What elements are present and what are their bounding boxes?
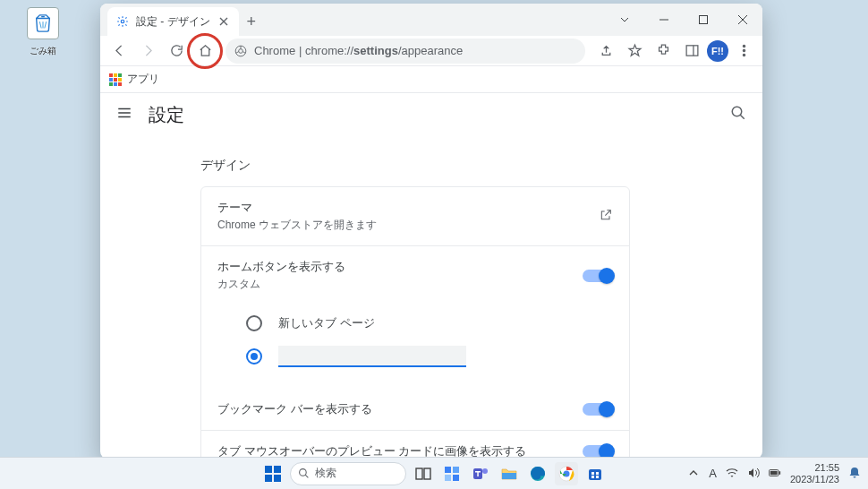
window-maximize-button[interactable] [684, 4, 723, 36]
tray-chevron-icon[interactable] [687, 467, 700, 481]
radio-icon [246, 315, 262, 331]
task-view-icon[interactable] [412, 462, 435, 485]
window-controls [605, 4, 762, 36]
settings-page: 設定 デザイン テーマ Chrome ウェブストアを開きます ホームボタンを表示… [100, 93, 762, 459]
bookmarks-apps-label[interactable]: アプリ [127, 72, 159, 87]
svg-point-6 [743, 49, 745, 51]
hamburger-menu-button[interactable] [116, 105, 132, 124]
wifi-icon[interactable] [726, 467, 738, 481]
home-button-toggle[interactable] [583, 270, 613, 282]
settings-title: 設定 [149, 103, 184, 127]
address-bar-url: Chrome | chrome://settings/appearance [254, 44, 463, 57]
windows-taskbar: 検索 A 21:55 2023/11/23 [0, 457, 868, 489]
store-icon[interactable] [583, 462, 607, 485]
taskbar-time: 21:55 [790, 462, 839, 474]
taskbar-search-placeholder: 検索 [315, 466, 336, 481]
row-home-button: ホームボタンを表示する カスタム [201, 245, 629, 305]
svg-point-23 [482, 468, 488, 474]
svg-rect-17 [453, 467, 459, 473]
chrome-window: 設定 - デザイン + Chrome | chrome://settings/a… [100, 4, 762, 459]
window-minimize-button[interactable] [644, 4, 684, 36]
bookmarkbar-toggle[interactable] [583, 403, 613, 416]
battery-icon[interactable] [769, 467, 781, 481]
bookmarks-bar: アプリ [100, 66, 762, 93]
svg-rect-11 [265, 475, 272, 482]
svg-rect-28 [589, 469, 601, 480]
radio-new-tab-label: 新しいタブ ページ [278, 315, 375, 331]
svg-rect-15 [424, 468, 430, 479]
window-dropdown-button[interactable] [605, 4, 644, 36]
svg-rect-19 [453, 475, 459, 481]
svg-rect-10 [274, 466, 281, 473]
radio-custom-url[interactable] [246, 339, 613, 374]
svg-rect-24 [502, 473, 516, 479]
settings-header: 設定 [100, 93, 762, 136]
svg-rect-4 [686, 46, 698, 56]
row-home-title: ホームボタンを表示する [217, 259, 583, 275]
svg-rect-16 [445, 467, 451, 473]
row-theme[interactable]: テーマ Chrome ウェブストアを開きます [201, 187, 629, 245]
taskbar-right: A 21:55 2023/11/23 [687, 462, 861, 485]
section-heading: デザイン [200, 158, 762, 174]
radio-new-tab[interactable]: 新しいタブ ページ [246, 308, 613, 339]
hovercard-toggle[interactable] [583, 445, 613, 458]
profile-avatar[interactable]: F!! [707, 40, 728, 62]
taskbar-search[interactable]: 検索 [290, 462, 406, 485]
row-bookmarkbar-title: ブックマーク バーを表示する [217, 401, 583, 417]
kebab-menu-button[interactable] [730, 38, 757, 64]
taskbar-clock[interactable]: 21:55 2023/11/23 [790, 462, 839, 485]
open-external-icon [599, 208, 613, 225]
svg-point-0 [121, 20, 124, 23]
ime-indicator[interactable]: A [709, 467, 717, 480]
svg-rect-29 [591, 472, 594, 475]
back-button[interactable] [106, 38, 132, 64]
radio-icon [246, 348, 262, 365]
settings-search-button[interactable] [730, 105, 746, 124]
svg-rect-31 [591, 476, 594, 478]
recycle-bin-label: ごみ箱 [30, 46, 56, 56]
settings-gear-icon [116, 15, 129, 28]
settings-body[interactable]: デザイン テーマ Chrome ウェブストアを開きます ホームボタンを表示する … [100, 136, 762, 459]
bookmark-star-button[interactable] [621, 38, 648, 64]
sidepanel-icon-button[interactable] [678, 38, 705, 64]
svg-point-8 [732, 107, 742, 116]
home-url-options: 新しいタブ ページ [201, 305, 629, 389]
share-button[interactable] [592, 38, 619, 64]
notifications-icon[interactable] [848, 467, 861, 481]
forward-button[interactable] [134, 38, 161, 64]
titlebar: 設定 - デザイン + [100, 4, 762, 36]
explorer-icon[interactable] [498, 462, 521, 485]
row-bookmarkbar: ブックマーク バーを表示する [201, 389, 629, 430]
svg-rect-35 [770, 470, 778, 474]
tab-close-button[interactable] [217, 15, 230, 28]
browser-tab[interactable]: 設定 - デザイン [107, 7, 239, 36]
svg-point-7 [743, 54, 745, 56]
edge-icon[interactable] [526, 462, 549, 485]
svg-point-3 [239, 48, 243, 53]
svg-rect-30 [596, 472, 599, 475]
svg-rect-1 [700, 16, 708, 24]
new-tab-button[interactable]: + [239, 9, 264, 34]
reload-button[interactable] [163, 38, 190, 64]
settings-card: テーマ Chrome ウェブストアを開きます ホームボタンを表示する カスタム [200, 186, 630, 459]
address-bar[interactable]: Chrome | chrome://settings/appearance [226, 39, 585, 64]
svg-rect-34 [779, 471, 780, 475]
volume-icon[interactable] [747, 467, 760, 481]
svg-rect-22 [477, 471, 479, 476]
svg-rect-14 [416, 468, 422, 479]
recycle-bin[interactable]: ごみ箱 [21, 7, 64, 57]
window-close-button[interactable] [723, 4, 762, 36]
home-button[interactable] [191, 38, 218, 64]
chrome-icon [234, 45, 247, 57]
apps-icon[interactable] [109, 73, 122, 86]
svg-point-13 [300, 469, 307, 476]
browser-tab-title: 設定 - デザイン [136, 14, 210, 30]
teams-icon[interactable] [469, 462, 492, 485]
taskbar-center: 検索 [261, 462, 607, 485]
row-theme-title: テーマ [217, 200, 599, 216]
custom-url-input[interactable] [278, 346, 466, 367]
widgets-icon[interactable] [440, 462, 464, 485]
start-button[interactable] [261, 462, 285, 485]
chrome-taskbar-icon[interactable] [555, 462, 578, 485]
extensions-button[interactable] [650, 38, 677, 64]
